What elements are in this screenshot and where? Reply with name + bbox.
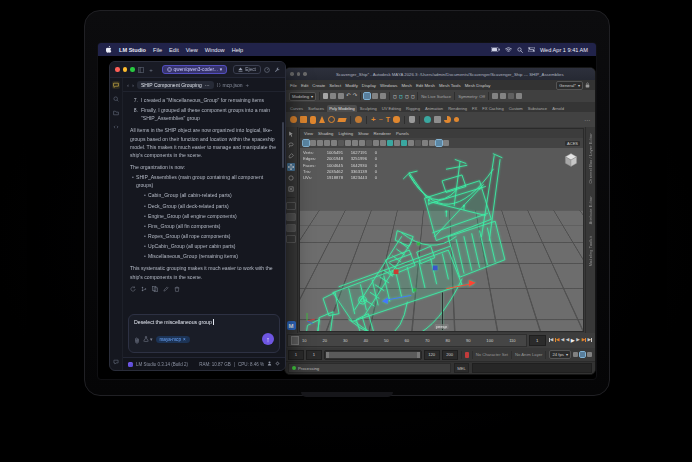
battery-icon[interactable] <box>491 47 500 52</box>
workspace-selector[interactable]: General* ▾ <box>556 81 583 90</box>
rotate-tool-icon[interactable] <box>287 174 295 182</box>
tab-mcp-json[interactable]: { } mcp.json <box>217 82 243 88</box>
close-icon[interactable]: × <box>183 337 186 342</box>
panel-menu-item[interactable]: Shading <box>318 131 333 136</box>
type-tool-icon[interactable]: T <box>386 116 390 123</box>
2d-pan-zoom-icon[interactable] <box>338 140 344 146</box>
camera-attributes-icon[interactable] <box>317 140 323 146</box>
multisample-aa-icon[interactable] <box>401 140 407 146</box>
minimize-window-button[interactable] <box>123 67 128 72</box>
shelf-tab[interactable]: Rigging <box>404 105 422 112</box>
select-tool-icon[interactable] <box>287 130 295 138</box>
view-cube[interactable] <box>563 152 579 172</box>
edit-icon[interactable] <box>163 286 169 292</box>
toggle-sidebar-icon[interactable] <box>516 93 522 99</box>
redo-icon[interactable]: ↷ <box>353 93 358 99</box>
regenerate-icon[interactable] <box>130 286 136 292</box>
sweep-mesh-icon[interactable] <box>393 116 400 123</box>
layout-two-pane-button[interactable] <box>286 213 296 221</box>
maya-menu-item[interactable]: Edit Mesh <box>416 83 435 88</box>
tuning-dial-icon[interactable] <box>264 66 271 73</box>
xray-mode-icon[interactable] <box>422 140 428 146</box>
multi-cut-icon[interactable]: + <box>371 116 376 124</box>
lock-camera-icon[interactable] <box>310 140 316 146</box>
mel-command-input[interactable] <box>472 363 592 373</box>
maya-menu-item[interactable]: Mesh Tools <box>439 83 461 88</box>
minimize-window-button[interactable] <box>297 72 301 76</box>
snap-to-grid-icon[interactable]: Ω <box>393 94 397 99</box>
screen-space-ao-icon[interactable] <box>387 140 393 146</box>
menu-help[interactable]: Help <box>232 47 244 53</box>
select-by-hierarchy-icon[interactable] <box>372 93 378 99</box>
step-back-frame-button[interactable]: ◀ <box>555 338 560 343</box>
maya-menu-item[interactable]: Mesh Display <box>465 83 491 88</box>
perspective-viewport[interactable]: Verts: 1005491 1627191 0 Edges: 2001948 … <box>300 148 583 331</box>
tab-back-icon[interactable]: ‹ <box>127 82 129 88</box>
render-settings-icon[interactable] <box>508 93 514 99</box>
panel-menu-item[interactable]: Panels <box>396 131 409 136</box>
poly-cylinder-icon[interactable] <box>310 116 316 124</box>
booleans-icon[interactable] <box>444 116 451 123</box>
shelf-tab[interactable]: UV Editing <box>380 105 403 112</box>
bifrost-icon[interactable] <box>424 116 431 123</box>
snap-to-plane-icon[interactable]: Ω <box>411 94 415 99</box>
rail-developer-icon[interactable] <box>112 123 120 131</box>
tab-forward-icon[interactable]: › <box>132 82 134 88</box>
panel-menu-item[interactable]: View <box>304 131 313 136</box>
smooth-shade-icon[interactable] <box>359 140 365 146</box>
chat-input-field[interactable]: Deselect the miscellaneous group <box>134 319 274 325</box>
use-all-lights-icon[interactable] <box>373 140 379 146</box>
curve-tool-icon[interactable]: ~ <box>379 116 383 123</box>
maya-menu-item[interactable]: Windows <box>380 83 397 88</box>
playback-end-field[interactable]: 120 <box>424 350 440 360</box>
menu-bar-clock[interactable]: Wed Apr 1 9:41 AM <box>540 47 588 53</box>
active-app-name[interactable]: LM Studio <box>119 47 146 53</box>
poly-plane-icon[interactable] <box>337 118 346 122</box>
search-icon[interactable] <box>517 47 523 53</box>
wrench-icon[interactable] <box>274 66 281 73</box>
ipr-render-icon[interactable] <box>500 93 506 99</box>
play-forwards-button[interactable]: ▶ <box>571 338 575 343</box>
control-center-icon[interactable] <box>528 47 535 52</box>
step-forward-frame-button[interactable]: ▶ <box>581 338 586 343</box>
new-tab-icon[interactable]: + <box>246 82 250 88</box>
set-key-icon[interactable] <box>465 352 469 358</box>
auto-keyframe-icon[interactable] <box>580 352 585 357</box>
side-panel-tab[interactable]: Attribute Editor <box>589 196 593 224</box>
rail-docs-icon[interactable] <box>112 358 120 366</box>
bookmarks-icon[interactable] <box>324 140 330 146</box>
snap-to-curve-icon[interactable]: Ω <box>399 94 403 99</box>
image-plane-icon[interactable] <box>331 140 337 146</box>
open-scene-icon[interactable] <box>330 93 336 99</box>
poly-torus-icon[interactable] <box>328 116 335 123</box>
motion-blur-icon[interactable] <box>394 140 400 146</box>
symmetry-status[interactable]: Symmetry: Off <box>458 94 485 99</box>
lasso-tool-icon[interactable] <box>287 141 295 149</box>
shadows-icon[interactable] <box>380 140 386 146</box>
maya-menu-item[interactable]: File <box>290 83 297 88</box>
previous-key-button[interactable]: ◀ <box>561 338 565 343</box>
shelf-tab[interactable]: Sculpting <box>358 105 379 112</box>
delete-history-icon[interactable] <box>409 116 415 123</box>
branch-icon[interactable] <box>141 286 147 292</box>
sphere-project-icon[interactable] <box>355 116 362 123</box>
isolate-select-icon[interactable] <box>415 140 421 146</box>
lock-workspace-icon[interactable] <box>585 82 590 89</box>
playback-start-field[interactable]: 1 <box>306 350 322 360</box>
menu-file[interactable]: File <box>153 47 162 53</box>
character-set-selector[interactable]: No Character Set <box>476 352 508 357</box>
chat-input-card[interactable]: Deselect the miscellaneous group ▾ <box>128 314 280 353</box>
shelf-tab[interactable]: Arnold <box>550 105 566 112</box>
shelf-tab[interactable]: Rendering <box>446 105 469 112</box>
new-scene-icon[interactable] <box>323 93 328 99</box>
timeline-track[interactable]: 102030405060708090100110 <box>287 334 527 347</box>
eject-model-button[interactable]: Eject <box>233 65 261 74</box>
tab-ship-component-grouping[interactable]: SHIP Component Grouping ⋯ <box>137 81 214 89</box>
next-key-button[interactable]: ▶ <box>576 338 580 343</box>
animation-end-field[interactable]: 200 <box>442 350 458 360</box>
paint-select-tool-icon[interactable] <box>287 152 295 160</box>
model-selector[interactable]: qwen/qwen3-coder... ▾ <box>162 65 228 74</box>
shelf-tab[interactable]: Substance <box>526 105 549 112</box>
animation-preferences-icon[interactable] <box>587 352 592 357</box>
poly-cone-icon[interactable] <box>319 116 325 123</box>
